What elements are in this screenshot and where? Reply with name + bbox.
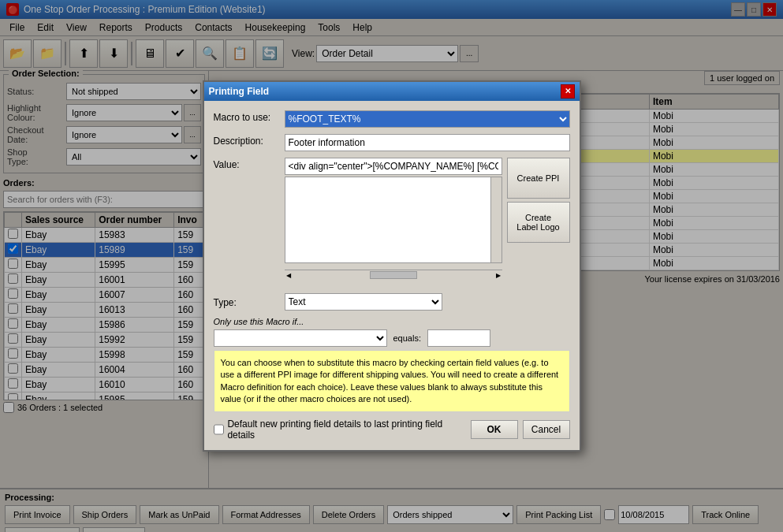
type-row: Type: Text bbox=[214, 293, 570, 311]
condition-select[interactable] bbox=[214, 329, 387, 347]
equals-input[interactable] bbox=[427, 329, 490, 347]
default-checkbox[interactable] bbox=[214, 424, 225, 435]
modal-footer: Default new printing field details to la… bbox=[214, 419, 570, 441]
description-input[interactable] bbox=[285, 134, 570, 151]
create-ppi-button[interactable]: Create PPI bbox=[507, 158, 570, 199]
equals-label: equals: bbox=[393, 333, 421, 343]
condition-label: Only use this Macro if... bbox=[214, 317, 570, 326]
vertical-scrollbar[interactable] bbox=[490, 177, 501, 262]
scroll-right-arrow[interactable]: ▶ bbox=[496, 272, 501, 279]
macro-input-group: %FOOT_TEXT% bbox=[285, 110, 570, 128]
modal-title-bar: Printing Field ✕ bbox=[204, 82, 580, 101]
value-area: Value: ◀ ▶ bbox=[214, 158, 502, 287]
value-scroll-area[interactable] bbox=[285, 177, 502, 263]
modal-title: Printing Field bbox=[209, 86, 270, 97]
horizontal-scrollbar[interactable]: ◀ ▶ bbox=[285, 270, 502, 281]
info-box: You can choose when to substitute this m… bbox=[214, 350, 570, 413]
type-select[interactable]: Text bbox=[285, 293, 442, 311]
cancel-button[interactable]: Cancel bbox=[523, 420, 570, 439]
description-label: Description: bbox=[214, 134, 285, 147]
description-row: Description: bbox=[214, 134, 570, 151]
footer-right: OK Cancel bbox=[471, 420, 570, 439]
modal-overlay: Printing Field ✕ Macro to use: %FOOT_TEX… bbox=[0, 0, 783, 532]
modal-body: Macro to use: %FOOT_TEXT% Description: V… bbox=[204, 101, 580, 451]
condition-row: equals: bbox=[214, 329, 570, 347]
modal-close-button[interactable]: ✕ bbox=[561, 84, 575, 99]
value-section: Value: ◀ ▶ Create PPI bbox=[214, 158, 570, 287]
type-label: Type: bbox=[214, 296, 285, 308]
value-input-top[interactable] bbox=[285, 158, 502, 175]
ok-button[interactable]: OK bbox=[471, 420, 518, 439]
scroll-thumb[interactable] bbox=[370, 271, 417, 279]
side-buttons: Create PPI CreateLabel Logo bbox=[507, 158, 570, 287]
default-label: Default new printing field details to la… bbox=[227, 419, 470, 441]
value-row: Value: bbox=[214, 158, 502, 175]
create-logo-button[interactable]: CreateLabel Logo bbox=[507, 202, 570, 243]
macro-label: Macro to use: bbox=[214, 110, 285, 123]
macro-row: Macro to use: %FOOT_TEXT% bbox=[214, 110, 570, 128]
footer-left: Default new printing field details to la… bbox=[214, 419, 471, 441]
scroll-left-arrow[interactable]: ◀ bbox=[286, 272, 291, 279]
macro-select[interactable]: %FOOT_TEXT% bbox=[285, 110, 570, 128]
value-label: Value: bbox=[214, 158, 285, 170]
printing-field-dialog: Printing Field ✕ Macro to use: %FOOT_TEX… bbox=[203, 80, 581, 452]
